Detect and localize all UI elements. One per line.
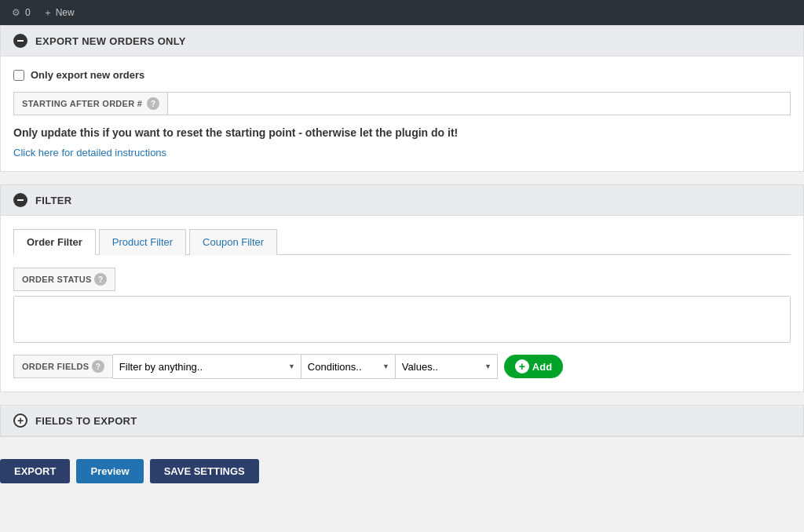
fields-collapse-icon[interactable] — [13, 414, 27, 428]
export-section: EXPORT NEW ORDERS ONLY Only export new o… — [0, 25, 804, 172]
add-filter-button[interactable]: + Add — [504, 355, 563, 378]
order-status-label-row: ORDER STATUS ? — [13, 268, 791, 291]
only-export-checkbox[interactable] — [13, 70, 24, 81]
order-fields-text: ORDER FIELDS — [22, 362, 90, 371]
bottom-bar: EXPORT Preview SAVE SETTINGS — [0, 450, 804, 493]
main-wrapper: EXPORT NEW ORDERS ONLY Only export new o… — [0, 25, 804, 493]
starting-after-label: STARTING AFTER ORDER # ? — [13, 92, 168, 115]
order-fields-help-icon[interactable]: ? — [92, 360, 104, 373]
filter-by-select[interactable]: Filter by anything.. — [113, 354, 302, 379]
only-export-text: Only export new orders — [31, 69, 144, 81]
tab-coupon-filter[interactable]: Coupon Filter — [189, 229, 277, 255]
filter-section: FILTER Order Filter Product Filter Coupo… — [0, 184, 804, 392]
fields-section: FIELDS TO EXPORT — [0, 405, 804, 437]
filter-tabs: Order Filter Product Filter Coupon Filte… — [13, 228, 791, 255]
starting-after-input[interactable] — [168, 92, 791, 115]
values-select[interactable]: Values.. — [396, 354, 498, 379]
conditions-wrapper: Conditions.. — [302, 354, 396, 379]
order-status-group: ORDER STATUS ? — [13, 268, 791, 343]
values-wrapper: Values.. — [396, 354, 498, 379]
plus-icon: ＋ — [43, 6, 53, 20]
order-fields-row: ORDER FIELDS ? Filter by anything.. Cond… — [13, 354, 791, 379]
instructions-link[interactable]: Click here for detailed instructions — [13, 147, 166, 159]
save-settings-button[interactable]: SAVE SETTINGS — [150, 459, 259, 483]
order-fields-label: ORDER FIELDS ? — [13, 355, 113, 378]
wp-icon: ⚙ — [9, 6, 22, 19]
add-icon: + — [515, 359, 529, 373]
conditions-select[interactable]: Conditions.. — [302, 354, 396, 379]
starting-after-text: STARTING AFTER ORDER # — [22, 99, 142, 108]
top-bar-icon-item: ⚙ 0 — [9, 6, 31, 19]
starting-after-row: STARTING AFTER ORDER # ? — [13, 92, 791, 115]
order-status-select[interactable] — [13, 296, 791, 343]
add-button-label: Add — [532, 361, 552, 373]
filter-section-body: Order Filter Product Filter Coupon Filte… — [1, 216, 803, 392]
tab-order-filter[interactable]: Order Filter — [13, 229, 96, 255]
only-export-label[interactable]: Only export new orders — [13, 69, 791, 81]
order-status-text: ORDER STATUS — [22, 275, 92, 284]
export-collapse-icon[interactable] — [13, 34, 27, 48]
filter-section-header[interactable]: FILTER — [1, 185, 803, 216]
fields-section-title: FIELDS TO EXPORT — [35, 415, 137, 427]
export-section-header[interactable]: EXPORT NEW ORDERS ONLY — [1, 26, 803, 56]
order-status-label: ORDER STATUS ? — [13, 268, 115, 291]
top-bar-new-item[interactable]: ＋ New — [43, 6, 75, 20]
export-button[interactable]: EXPORT — [0, 459, 70, 483]
tab-product-filter[interactable]: Product Filter — [99, 229, 186, 255]
starting-after-help-icon[interactable]: ? — [147, 97, 159, 110]
filter-section-title: FILTER — [35, 195, 71, 206]
preview-button[interactable]: Preview — [76, 459, 143, 483]
top-bar: ⚙ 0 ＋ New — [0, 0, 804, 25]
new-label: New — [56, 7, 75, 18]
fields-section-header[interactable]: FIELDS TO EXPORT — [1, 406, 803, 436]
filter-collapse-icon[interactable] — [13, 193, 27, 207]
export-section-body: Only export new orders STARTING AFTER OR… — [1, 56, 803, 171]
top-bar-zero: 0 — [25, 7, 31, 18]
note-text: Only update this if you want to reset th… — [13, 126, 791, 139]
filter-by-wrapper: Filter by anything.. — [113, 354, 302, 379]
export-section-title: EXPORT NEW ORDERS ONLY — [35, 35, 186, 47]
order-status-help-icon[interactable]: ? — [94, 273, 107, 286]
